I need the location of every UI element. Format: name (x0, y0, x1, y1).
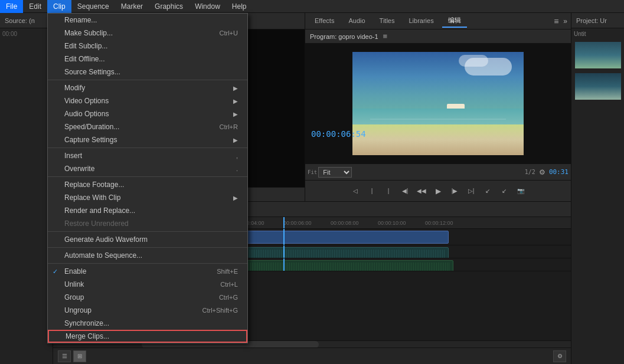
left-panel: Source: (n 00:00 (0, 13, 53, 364)
program-timecode: 00:00:06:54 (311, 129, 366, 139)
menu-item-merge-clips[interactable]: Merge Clips... (48, 330, 247, 343)
project-item-label: Untit (571, 28, 624, 40)
menu-marker[interactable]: Marker (115, 0, 149, 13)
timeline-bottom-bar: ☰ ⊞ ⚙ (53, 347, 571, 364)
btn-mark-in[interactable]: ◁ (349, 185, 362, 198)
menu-graphics[interactable]: Graphics (149, 0, 189, 13)
tab-titles[interactable]: Titles (374, 15, 401, 27)
menu-help[interactable]: Help (226, 0, 253, 13)
project-thumbnail[interactable] (575, 42, 621, 68)
program-tabs: Effects Audio Titles Libraries 编辑 ≡ » (305, 13, 571, 29)
submenu-arrow-capture: ▶ (233, 137, 238, 143)
ruler-6: 00:00:12:00 (425, 220, 453, 226)
btn-play[interactable]: ▶ (432, 185, 445, 198)
menubar: File Edit Clip Sequence Marker Graphics … (0, 0, 624, 13)
separator-3 (48, 176, 247, 177)
submenu-arrow-video: ▶ (233, 98, 238, 104)
menu-item-automate-sequence[interactable]: Automate to Sequence... (48, 249, 247, 262)
menu-sequence[interactable]: Sequence (71, 0, 115, 13)
separator-6 (48, 263, 247, 264)
program-monitor: Effects Audio Titles Libraries 编辑 ≡ » Pr… (305, 13, 571, 201)
enable-checkmark: ✓ (53, 268, 58, 276)
settings-icon[interactable]: ⚙ (539, 168, 545, 176)
separator-2 (48, 147, 247, 148)
menu-item-unlink[interactable]: Unlink Ctrl+L (48, 278, 247, 291)
menu-item-insert[interactable]: Insert , (48, 149, 247, 162)
sea (352, 109, 524, 124)
tab-effects[interactable]: Effects (309, 15, 340, 27)
btn-mark-out[interactable]: | (365, 185, 378, 198)
submenu-arrow-modify: ▶ (233, 85, 238, 91)
menu-edit[interactable]: Edit (23, 0, 47, 13)
project-thumbnail-2[interactable] (575, 73, 621, 100)
total-timecode: 00:31 (549, 168, 569, 176)
btn-goto-out[interactable]: ▷| (465, 185, 478, 198)
list-view-btn[interactable]: ☰ (58, 350, 71, 362)
icon-view-btn[interactable]: ⊞ (73, 350, 86, 362)
source-monitor-label: Source: (n (0, 13, 53, 28)
ruler-3: 00:00:06:00 (283, 220, 312, 226)
btn-step-fwd[interactable]: |▶ (448, 185, 461, 198)
submenu-arrow-audio: ▶ (233, 111, 238, 117)
btn-overwrite[interactable]: ↙ (498, 185, 511, 198)
menu-item-overwrite[interactable]: Overwrite . (48, 162, 247, 175)
project-panel: Project: Ur Untit (571, 13, 624, 364)
btn-step-back[interactable]: ◀| (398, 185, 411, 198)
menu-window[interactable]: Window (189, 0, 226, 13)
panel-menu-icon[interactable]: ≡ (554, 17, 558, 26)
source-timecode-display: 00:00 (0, 28, 53, 40)
menu-item-make-subclip[interactable]: Make Subclip... Ctrl+U (48, 27, 247, 40)
program-monitor-controls: ◁ | | ◀| ◀◀ ▶ |▶ ▷| ↙ ↙ 📷 (305, 180, 571, 201)
tab-bianji[interactable]: 编辑 (442, 14, 467, 28)
menu-item-modify[interactable]: Modify ▶ (48, 81, 247, 94)
menu-item-restore-unrendered: Restore Unrendered (48, 217, 247, 230)
ruler-playhead (283, 217, 285, 229)
menu-item-synchronize[interactable]: Synchronize... (48, 317, 247, 330)
menu-file[interactable]: File (0, 0, 23, 13)
shore (352, 124, 524, 156)
menu-item-enable[interactable]: ✓ Enable Shift+E (48, 265, 247, 278)
program-title-menu[interactable]: ≡ (383, 32, 388, 41)
tab-audio[interactable]: Audio (342, 15, 371, 27)
boat (447, 104, 465, 109)
separator-5 (48, 247, 247, 248)
cloud-2 (459, 55, 488, 67)
tab-libraries[interactable]: Libraries (403, 15, 439, 27)
program-video-area: 00:00:06:54 (305, 44, 571, 163)
menu-item-replace-with-clip[interactable]: Replace With Clip ▶ (48, 191, 247, 204)
menu-item-edit-offline[interactable]: Edit Offline... (48, 53, 247, 65)
menu-item-speed-duration[interactable]: Speed/Duration... Ctrl+R (48, 120, 247, 133)
menu-clip[interactable]: Clip (47, 0, 71, 13)
separator-1 (48, 80, 247, 80)
menu-item-replace-footage[interactable]: Replace Footage... (48, 178, 247, 191)
menu-item-group[interactable]: Group Ctrl+G (48, 291, 247, 304)
fit-select[interactable]: Fit100%75%50% (318, 167, 352, 178)
separator-4 (48, 231, 247, 232)
btn-export-frame[interactable]: 📷 (514, 185, 527, 198)
ruler-5: 00:00:10:00 (378, 220, 406, 226)
program-monitor-title-bar: Program: gopro video-1 ≡ (305, 29, 571, 44)
submenu-arrow-replace: ▶ (233, 195, 238, 201)
menu-item-ungroup[interactable]: Ungroup Ctrl+Shift+G (48, 304, 247, 317)
menu-item-rename[interactable]: Rename... (48, 14, 247, 27)
menu-item-render-replace[interactable]: Render and Replace... (48, 204, 247, 217)
ruler-4: 00:00:08:00 (331, 220, 359, 226)
menu-item-video-options[interactable]: Video Options ▶ (48, 94, 247, 107)
menu-item-generate-audio[interactable]: Generate Audio Waveform (48, 233, 247, 246)
menu-item-source-settings[interactable]: Source Settings... (48, 65, 247, 78)
btn-insert[interactable]: ↙ (481, 185, 494, 198)
menu-item-capture-settings[interactable]: Capture Settings ▶ (48, 133, 247, 146)
menu-item-audio-options[interactable]: Audio Options ▶ (48, 107, 247, 120)
btn-goto-in[interactable]: | (382, 185, 395, 198)
project-panel-header: Project: Ur (571, 13, 624, 28)
clip-dropdown-menu: Rename... Make Subclip... Ctrl+U Edit Su… (47, 13, 248, 343)
btn-rewind[interactable]: ◀◀ (415, 185, 428, 198)
menu-item-edit-subclip[interactable]: Edit Subclip... (48, 40, 247, 53)
fraction-display: 1/2 (525, 169, 535, 175)
program-monitor-scrubber: Fit Fit100%75%50% 1/2 ⚙ 00:31 (305, 163, 571, 180)
settings-btn[interactable]: ⚙ (553, 350, 566, 362)
program-video-frame (352, 52, 524, 155)
panel-expand-icon[interactable]: » (563, 17, 567, 25)
